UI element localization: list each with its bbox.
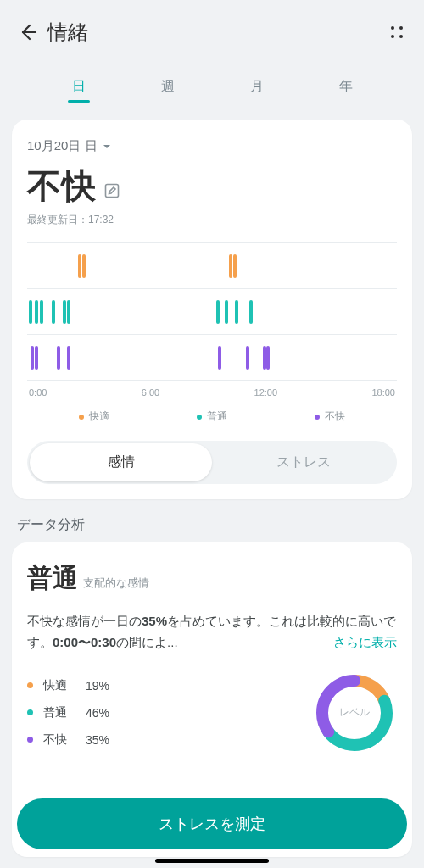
stat-name: 快適 bbox=[43, 678, 86, 693]
analysis-description: 不快な感情が一日の35%を占めています。これは比較的に高いです。0:00〜0:3… bbox=[27, 611, 397, 654]
tab-week[interactable]: 週 bbox=[156, 71, 180, 106]
stat-row: 快適19% bbox=[27, 672, 300, 699]
stat-row: 普通46% bbox=[27, 699, 300, 726]
svg-point-1 bbox=[391, 26, 394, 30]
stat-list: 快適19%普通46%不快35% bbox=[27, 672, 300, 754]
svg-point-2 bbox=[399, 26, 403, 30]
chart-tick bbox=[246, 346, 249, 370]
mode-segmented: 感情 ストレス bbox=[27, 441, 397, 484]
chart-tick bbox=[216, 300, 220, 324]
chart-tick bbox=[31, 346, 34, 370]
level-donut: レベル bbox=[312, 670, 397, 755]
svg-point-3 bbox=[391, 35, 394, 38]
chart-tick bbox=[229, 254, 232, 278]
stat-name: 普通 bbox=[43, 705, 86, 721]
arrow-left-icon bbox=[17, 22, 37, 42]
legend-discomfort: 不快 bbox=[315, 409, 345, 424]
caret-down-icon bbox=[103, 142, 111, 151]
svg-point-4 bbox=[399, 35, 403, 38]
chart-tick bbox=[35, 346, 38, 370]
donut-center-label: レベル bbox=[312, 670, 397, 755]
chart-row bbox=[27, 289, 397, 335]
chart-tick bbox=[57, 346, 60, 370]
show-more-button[interactable]: さらに表示 bbox=[333, 632, 397, 654]
tab-month[interactable]: 月 bbox=[245, 71, 269, 106]
chart-row bbox=[27, 243, 397, 289]
chart-tick bbox=[29, 300, 32, 324]
stat-row: 不快35% bbox=[27, 726, 300, 754]
chart-tick bbox=[235, 300, 238, 324]
segment-stress[interactable]: ストレス bbox=[212, 443, 394, 481]
chart-tick bbox=[35, 300, 38, 324]
back-button[interactable] bbox=[15, 20, 39, 44]
svg-rect-5 bbox=[106, 185, 119, 198]
page-title: 情緒 bbox=[47, 19, 88, 46]
tab-day[interactable]: 日 bbox=[67, 71, 91, 106]
chart-tick bbox=[266, 346, 270, 370]
measure-stress-button[interactable]: ストレスを測定 bbox=[17, 798, 407, 849]
chart-tick bbox=[218, 346, 221, 370]
dots-square-icon bbox=[388, 24, 405, 41]
chart-tick bbox=[40, 300, 43, 324]
chart-legend: 快適 普通 不快 bbox=[27, 399, 397, 437]
stat-value: 19% bbox=[86, 679, 109, 693]
date-picker[interactable]: 10月20日 日 bbox=[27, 138, 397, 154]
edit-icon bbox=[103, 182, 120, 199]
chart-tick bbox=[67, 300, 70, 324]
chart-x-axis: 0:00 6:00 12:00 18:00 bbox=[27, 381, 397, 399]
analysis-section-title: データ分析 bbox=[17, 516, 407, 534]
stat-dot bbox=[27, 709, 33, 715]
chart-row bbox=[27, 335, 397, 381]
stat-dot bbox=[27, 737, 33, 743]
legend-normal: 普通 bbox=[197, 409, 227, 424]
chart-tick bbox=[78, 254, 81, 278]
mood-chart: 0:00 6:00 12:00 18:00 快適 普通 不快 bbox=[27, 242, 397, 437]
mood-heading: 不快 bbox=[27, 163, 97, 209]
legend-comfort: 快適 bbox=[79, 409, 109, 424]
stat-dot bbox=[27, 682, 33, 688]
last-updated: 最終更新日：17:32 bbox=[27, 213, 397, 227]
period-tabs: 日 週 月 年 bbox=[0, 63, 424, 111]
today-card: 10月20日 日 不快 最終更新日：17:32 0:00 6:00 12:00 … bbox=[12, 120, 412, 499]
tab-year[interactable]: 年 bbox=[334, 71, 358, 106]
edit-button[interactable] bbox=[103, 182, 120, 203]
chart-tick bbox=[225, 300, 228, 324]
chart-tick bbox=[249, 300, 253, 324]
segment-emotion[interactable]: 感情 bbox=[30, 443, 212, 481]
analysis-heading: 普通 bbox=[27, 561, 78, 596]
overflow-button[interactable] bbox=[385, 20, 409, 44]
chart-tick bbox=[63, 300, 66, 324]
analysis-subheading: 支配的な感情 bbox=[83, 576, 149, 589]
home-indicator bbox=[155, 859, 269, 863]
stat-name: 不快 bbox=[43, 732, 86, 748]
chart-tick bbox=[233, 254, 237, 278]
chart-tick bbox=[67, 346, 70, 370]
date-label: 10月20日 日 bbox=[27, 138, 98, 154]
stat-value: 46% bbox=[86, 706, 109, 720]
chart-tick bbox=[52, 300, 55, 324]
stat-value: 35% bbox=[86, 733, 109, 747]
chart-tick bbox=[82, 254, 86, 278]
